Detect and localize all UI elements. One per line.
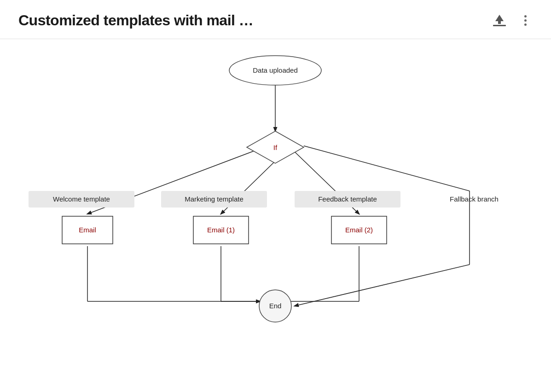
svg-line-14 <box>295 265 470 306</box>
branch2-label: Marketing template <box>185 195 244 203</box>
svg-rect-0 <box>493 25 506 26</box>
branch1-label: Welcome template <box>53 195 110 203</box>
branch4-label: Fallback branch <box>450 195 499 203</box>
end-node-label: End <box>269 302 282 310</box>
header: Customized templates with mail … <box>0 0 551 39</box>
page-title: Customized templates with mail … <box>18 12 253 29</box>
email3-node-label: Email (2) <box>345 226 373 234</box>
flowchart-canvas: Data uploaded If Welcome template Market… <box>0 39 551 352</box>
svg-marker-1 <box>495 15 504 24</box>
start-node-label: Data uploaded <box>253 66 298 74</box>
more-options-button[interactable] <box>518 13 533 28</box>
branch3-label: Feedback template <box>318 195 377 203</box>
upload-button[interactable] <box>490 11 509 29</box>
condition-node-label: If <box>273 144 278 151</box>
email1-node-label: Email <box>79 226 96 234</box>
header-actions <box>490 11 533 29</box>
email2-node-label: Email (1) <box>207 226 235 234</box>
